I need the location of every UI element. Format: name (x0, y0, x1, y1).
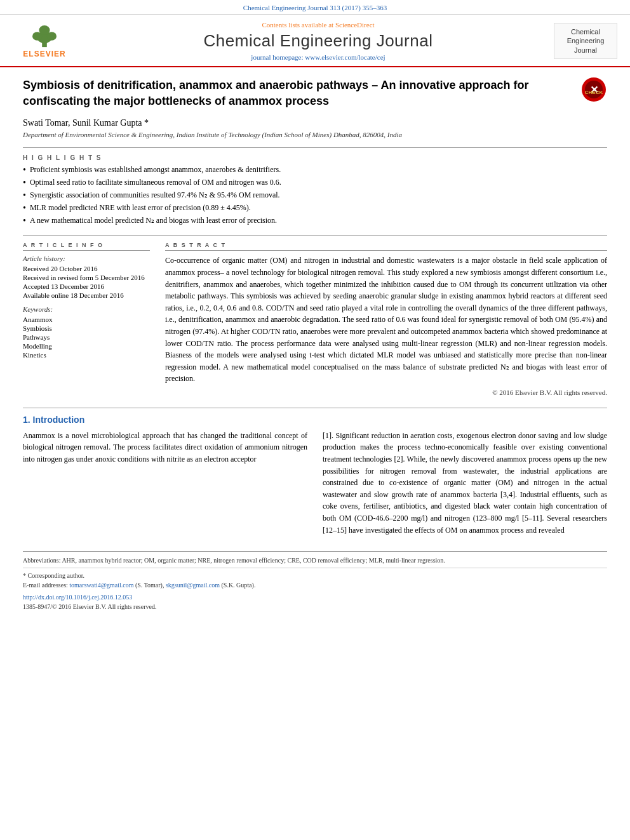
highlights-label: H I G H L I G H T S (23, 154, 607, 161)
elsevier-tree-icon (19, 24, 70, 48)
doi-line: http://dx.doi.org/10.1016/j.cej.2016.12.… (23, 592, 607, 602)
crossmark-icon: ✕ CHECK (582, 77, 606, 102)
keyword-4: Modelling (23, 342, 150, 350)
highlight-text-1: Proficient symbiosis was established amo… (30, 165, 281, 175)
homepage-url[interactable]: www.elsevier.com/locate/cej (305, 53, 385, 61)
journal-bar: Chemical Engineering Journal 313 (2017) … (0, 0, 630, 15)
intro-left-para: Anammox is a novel microbiological appro… (23, 430, 307, 465)
rule-before-intro (23, 408, 607, 408)
received-revised-date: Received in revised form 5 December 2016 (23, 274, 150, 281)
highlight-text-5: A new mathematical model predicted N₂ an… (30, 216, 277, 225)
highlights-list: • Proficient symbiosis was established a… (23, 165, 607, 226)
keywords-label: Keywords: (23, 305, 150, 313)
intro-right-col: [1]. Significant reduction in aeration c… (323, 430, 607, 541)
highlight-item-3: • Synergistic association of communities… (23, 190, 607, 201)
article-title: Symbiosis of denitrification, anammox an… (23, 77, 607, 109)
footnote-area: Abbreviations: AHR, anammox hybrid react… (23, 551, 607, 611)
crossmark-badge: ✕ CHECK (582, 77, 607, 103)
elsevier-brand-text: ELSEVIER (23, 50, 65, 58)
available-online-date: Available online 18 December 2016 (23, 291, 150, 299)
article-info-col: A R T I C L E I N F O Article history: R… (23, 242, 150, 396)
rule-after-highlights (23, 235, 607, 236)
intro-right-para: [1]. Significant reduction in aeration c… (323, 430, 607, 536)
highlight-item-2: • Optimal seed ratio to facilitate simul… (23, 178, 607, 189)
corresponding-author-note: * Corresponding author. (23, 571, 607, 580)
header-center: Contents lists available at ScienceDirec… (83, 21, 554, 61)
introduction-section: 1. Introduction Anammox is a novel micro… (23, 415, 607, 541)
history-label: Article history: (23, 255, 150, 262)
article-info-abstract-section: A R T I C L E I N F O Article history: R… (23, 242, 607, 396)
intro-left-col: Anammox is a novel microbiological appro… (23, 430, 307, 541)
highlight-text-4: MLR model predicted NRE with least error… (30, 203, 251, 213)
affiliation-line: Department of Environmental Science & En… (23, 131, 607, 138)
homepage-prefix: journal homepage: (251, 53, 305, 61)
svg-text:CHECK: CHECK (585, 90, 603, 95)
highlights-section: H I G H L I G H T S • Proficient symbios… (23, 154, 607, 226)
main-content: Symbiosis of denitrification, anammox an… (0, 67, 630, 622)
bullet-3: • (23, 190, 26, 201)
keyword-1: Anammox (23, 316, 150, 323)
bullet-1: • (23, 165, 26, 176)
side-journal-box: Chemical Engineering Journal (554, 23, 617, 59)
intro-section-title: 1. Introduction (23, 415, 607, 425)
bullet-5: • (23, 216, 26, 227)
email-label: E-mail addresses: (23, 582, 69, 589)
keyword-2: Symbiosis (23, 324, 150, 332)
sciencedirect-prefix: Contents lists available at (262, 21, 335, 29)
bullet-2: • (23, 178, 26, 189)
side-journal-name: Chemical Engineering Journal (554, 23, 617, 59)
issn-line: 1385-8947/© 2016 Elsevier B.V. All right… (23, 602, 607, 611)
email-link-2[interactable]: skgsunil@gmail.com (166, 582, 220, 589)
keyword-5: Kinetics (23, 351, 150, 359)
svg-point-4 (39, 25, 50, 34)
email-note: E-mail addresses: tomarswati4@gmail.com … (23, 580, 607, 590)
copyright-line: © 2016 Elsevier B.V. All rights reserved… (165, 389, 607, 396)
abstract-col: A B S T R A C T Co-occurrence of organic… (165, 242, 607, 396)
keyword-3: Pathways (23, 333, 150, 341)
rule-after-affiliation (23, 147, 607, 148)
sciencedirect-line: Contents lists available at ScienceDirec… (83, 21, 554, 29)
highlight-item-5: • A new mathematical model predicted N₂ … (23, 216, 607, 227)
elsevier-logo: ELSEVIER (13, 22, 83, 60)
header: ELSEVIER Contents lists available at Sci… (0, 15, 630, 67)
footnote-divider (23, 568, 607, 568)
abstract-text: Co-occurrence of organic matter (OM) and… (165, 255, 607, 385)
email-link-1[interactable]: tomarswati4@gmail.com (69, 582, 133, 589)
journal-bar-text: Chemical Engineering Journal 313 (2017) … (243, 4, 387, 11)
doi-link[interactable]: http://dx.doi.org/10.1016/j.cej.2016.12.… (23, 594, 132, 601)
highlight-item-1: • Proficient symbiosis was established a… (23, 165, 607, 176)
bullet-4: • (23, 203, 26, 214)
received-date: Received 20 October 2016 (23, 265, 150, 272)
accepted-date: Accepted 13 December 2016 (23, 283, 150, 290)
intro-body-two-col: Anammox is a novel microbiological appro… (23, 430, 607, 541)
journal-homepage-line: journal homepage: www.elsevier.com/locat… (83, 53, 554, 61)
page-wrapper: Chemical Engineering Journal 313 (2017) … (0, 0, 630, 840)
sciencedirect-link-text[interactable]: ScienceDirect (335, 21, 375, 29)
article-info-label: A R T I C L E I N F O (23, 242, 150, 251)
abbreviations-footnote: Abbreviations: AHR, anammox hybrid react… (23, 556, 607, 565)
authors-line: Swati Tomar, Sunil Kumar Gupta * (23, 118, 607, 128)
abstract-label: A B S T R A C T (165, 242, 607, 251)
journal-title: Chemical Engineering Journal (83, 31, 554, 51)
highlight-text-2: Optimal seed ratio to facilitate simulta… (30, 178, 281, 187)
highlight-item-4: • MLR model predicted NRE with least err… (23, 203, 607, 214)
highlight-text-3: Synergistic association of communities r… (30, 190, 280, 200)
